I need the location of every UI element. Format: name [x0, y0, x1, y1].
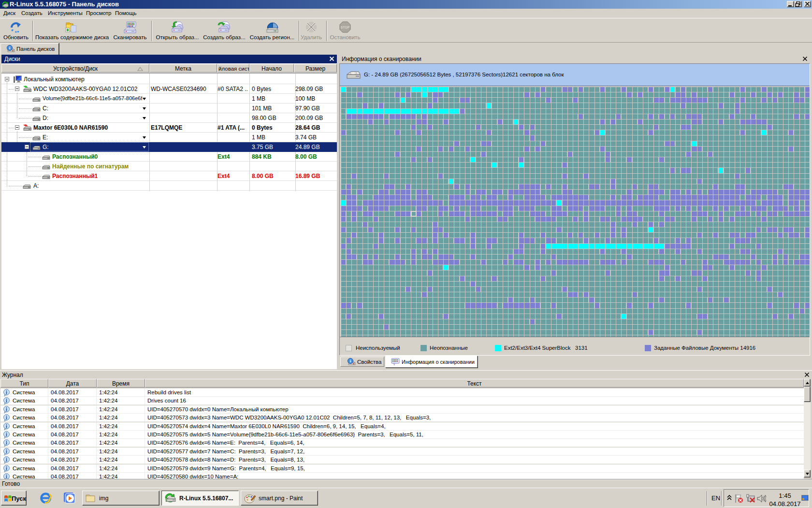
svg-text:STOP: STOP	[341, 26, 350, 29]
